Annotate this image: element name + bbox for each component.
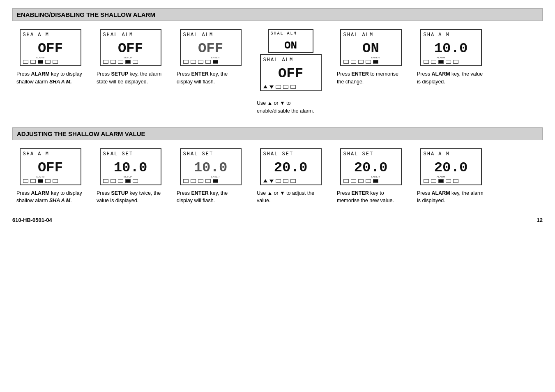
caption: Press ENTER key, the display will flash.	[177, 70, 244, 86]
display-unit: SHAL SET10.0ENTERPress ENTER key, the di…	[173, 148, 249, 205]
caption: Press ALARM key, the value is displayed.	[417, 70, 485, 86]
caption: Press ENTER to memorise the change.	[337, 70, 405, 86]
footer-right: 12	[537, 217, 543, 223]
display-unit: SHAL SET10.0SETUPPress SETUP key twice, …	[92, 148, 168, 205]
caption: Press SETUP key, the alarm state will be…	[97, 70, 164, 86]
display-unit: SHAL ALMONSHAL ALMOFFUse ▲ or ▼ to enabl…	[253, 29, 329, 115]
display-unit: SHA A MOFFALARMPress ALARM key to displa…	[12, 29, 88, 86]
caption: Use ▲ or ▼ to enable/disable the alarm.	[257, 99, 325, 115]
display-unit: SHA A M20.0ALARMPress ALARM key, the ala…	[413, 148, 489, 205]
caption: Press ENTER key, the display will flash.	[177, 189, 244, 205]
stacked-display: SHAL ALMONSHAL ALMOFF	[260, 29, 322, 95]
caption: Press ALARM key to display shallow alarm…	[16, 189, 84, 205]
caption: Press ENTER key to memorise the new valu…	[337, 189, 405, 205]
caption: Press ALARM key to display shallow alarm…	[16, 70, 84, 86]
caption: Use ▲ or ▼ to adjust the value.	[257, 189, 325, 205]
section2-header: ADJUSTING THE SHALLOW ALARM VALUE	[12, 127, 543, 140]
display-unit: SHAL ALMOFFSETUPPress SETUP key, the ala…	[92, 29, 168, 86]
footer: 610-HB-0501-04 12	[12, 217, 543, 223]
section2-display-row: SHA A MOFFALARMPress ALARM key to displa…	[12, 148, 543, 205]
display-unit: SHAL SET20.0ENTERPress ENTER key to memo…	[333, 148, 409, 205]
display-unit: SHA A M10.0ALARMPress ALARM key, the val…	[413, 29, 489, 86]
caption: Press SETUP key twice, the value is disp…	[97, 189, 164, 205]
display-unit: SHAL SET20.0Use ▲ or ▼ to adjust the val…	[253, 148, 329, 205]
section1-display-row: SHA A MOFFALARMPress ALARM key to displa…	[12, 29, 543, 115]
display-unit: SHAL ALMOFFENTERPress ENTER key, the dis…	[173, 29, 249, 86]
footer-left: 610-HB-0501-04	[12, 217, 52, 223]
display-unit: SHAL ALMONENTERPress ENTER to memorise t…	[333, 29, 409, 86]
caption: Press ALARM key, the alarm is displayed.	[417, 189, 485, 205]
display-unit: SHA A MOFFALARMPress ALARM key to displa…	[12, 148, 88, 205]
section1-header: ENABLING/DISABLING THE SHALLOW ALARM	[12, 8, 543, 21]
